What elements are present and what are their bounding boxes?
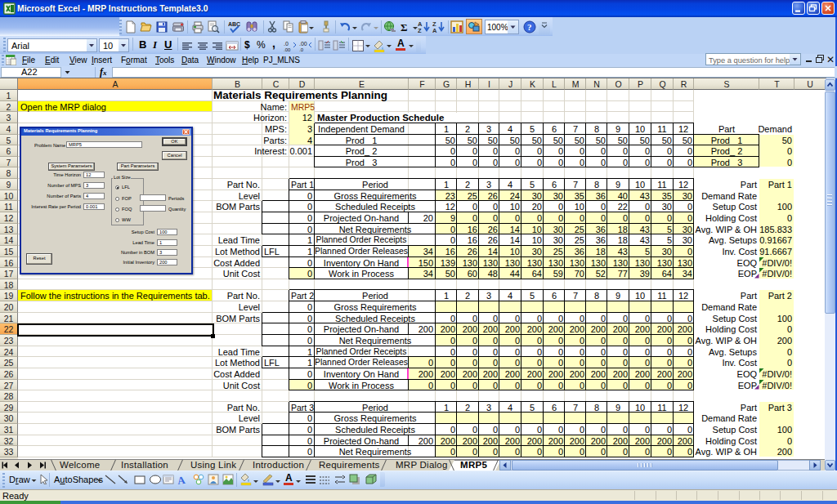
svg-text:.0: .0 xyxy=(284,41,289,47)
svg-text:A: A xyxy=(177,474,186,486)
svg-text:.0: .0 xyxy=(299,47,304,52)
svg-text:.00: .00 xyxy=(299,41,307,47)
svg-text:?: ? xyxy=(527,22,532,32)
svg-text:A: A xyxy=(432,27,437,33)
svg-text:Σ: Σ xyxy=(401,21,408,33)
svg-text:Z: Z xyxy=(418,27,422,33)
svg-text:.00: .00 xyxy=(284,47,291,52)
